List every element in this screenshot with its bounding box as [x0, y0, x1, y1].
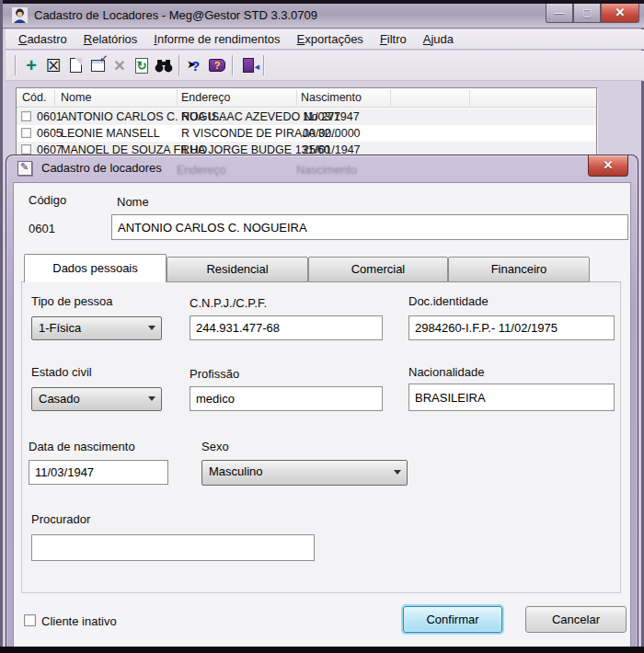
- tab-comercial[interactable]: Comercial: [308, 257, 448, 282]
- window-title: Cadastro de Locadores - Meg@Gestor STD 3…: [34, 8, 317, 22]
- nacionalidade-input[interactable]: [408, 384, 615, 411]
- tab-residencial[interactable]: Residencial: [167, 257, 308, 282]
- profissao-label: Profissão: [190, 367, 239, 381]
- new-record-icon[interactable]: [64, 54, 86, 76]
- main-titlebar[interactable]: Cadastro de Locadores - Meg@Gestor STD 3…: [3, 4, 644, 29]
- codigo-label: Código: [29, 193, 66, 207]
- estado-civil-select[interactable]: Casado: [31, 387, 162, 411]
- chevron-down-icon: [394, 470, 401, 478]
- cliente-inativo-checkbox[interactable]: [24, 614, 36, 626]
- menu-ajuda[interactable]: Ajuda: [416, 30, 461, 48]
- dialog-title: Cadastro de locadores: [41, 161, 162, 175]
- chevron-down-icon: [148, 326, 155, 334]
- delete-marked-icon[interactable]: ☒: [42, 54, 64, 76]
- table-row[interactable]: 0605 LEONIE MANSELL R VISCONDE DE PIRAJA…: [17, 125, 596, 142]
- table-row[interactable]: 0601 ANTONIO CARLOS C. NOGU... RUA ISAAC…: [17, 109, 596, 125]
- doc-identidade-input[interactable]: [408, 315, 615, 340]
- cadastro-locadores-dialog: Cadastro de locadores Endereço Nasciment…: [6, 155, 638, 647]
- row-checkbox[interactable]: [21, 144, 31, 155]
- toolbar: + ☒ ✕ ↻ ➤? ?: [6, 51, 644, 81]
- chevron-down-icon: [148, 396, 155, 405]
- cell-birth: 11/03/1947: [303, 110, 360, 123]
- row-checkbox[interactable]: [21, 111, 31, 121]
- help-book-icon[interactable]: ?: [206, 54, 228, 76]
- col-header-cod[interactable]: Cód.: [22, 91, 46, 104]
- dialog-titlebar[interactable]: Cadastro de locadores Endereço Nasciment…: [6, 155, 638, 183]
- cell-name: LEONIE MANSELL: [61, 127, 160, 140]
- cliente-inativo-label: Cliente inativo: [41, 614, 117, 628]
- sexo-label: Sexo: [201, 440, 229, 453]
- tab-financeiro[interactable]: Financeiro: [448, 257, 590, 282]
- close-button[interactable]: ✕: [601, 4, 639, 23]
- menu-cadastro[interactable]: Cadastro: [11, 30, 75, 48]
- toolbar-separator: [232, 55, 234, 75]
- col-header-nome[interactable]: Nome: [61, 91, 91, 104]
- row-checkbox[interactable]: [21, 128, 31, 138]
- menu-exportacoes[interactable]: Exportações: [290, 30, 371, 48]
- table-header[interactable]: Cód. Nome Endereço Nascimento: [17, 88, 596, 108]
- tipo-pessoa-value: 1-Física: [39, 321, 81, 335]
- nacionalidade-label: Nacionalidade: [408, 365, 484, 379]
- col-header-nascimento[interactable]: Nascimento: [301, 91, 362, 104]
- add-icon[interactable]: +: [20, 54, 42, 76]
- doc-identidade-label: Doc.identidade: [408, 294, 489, 308]
- codigo-value: 0601: [29, 222, 55, 235]
- nome-label: Nome: [117, 195, 149, 209]
- confirmar-button[interactable]: Confirmar: [403, 606, 502, 633]
- cpf-label: C.N.P.J./C.P.F.: [190, 296, 267, 310]
- dialog-edit-icon: [17, 161, 32, 176]
- data-nascimento-input[interactable]: [29, 460, 168, 485]
- toolbar-separator: [178, 55, 180, 75]
- estado-civil-value: Casado: [39, 392, 80, 406]
- estado-civil-label: Estado civil: [31, 365, 92, 379]
- procurador-label: Procurador: [31, 512, 90, 526]
- cancelar-button[interactable]: Cancelar: [525, 606, 627, 633]
- tipo-pessoa-select[interactable]: 1-Física: [31, 316, 162, 340]
- data-nascimento-label: Data de nascimento: [29, 440, 135, 453]
- cell-code: 0605: [37, 127, 63, 140]
- app-person-icon: [12, 7, 28, 23]
- toolbar-separator: [263, 55, 265, 75]
- maximize-button[interactable]: ▢: [573, 4, 601, 23]
- dialog-client-area: Código Nome 0601 Dados pessoais Residenc…: [13, 182, 631, 647]
- dialog-close-button[interactable]: ✕: [588, 155, 628, 177]
- procurador-input[interactable]: [31, 534, 315, 561]
- cell-birth: 00/00/0000: [303, 127, 361, 140]
- toolbar-separator: [15, 55, 17, 75]
- profissao-input[interactable]: [190, 386, 383, 411]
- exit-door-icon[interactable]: [237, 54, 259, 76]
- context-help-icon[interactable]: ➤?: [184, 54, 206, 76]
- cell-code: 0601: [37, 110, 63, 123]
- menu-filtro[interactable]: Filtro: [373, 30, 414, 48]
- col-header-endereco[interactable]: Endereço: [181, 91, 231, 104]
- minimize-button[interactable]: —: [546, 4, 573, 23]
- nome-input[interactable]: [111, 214, 628, 240]
- sexo-value: Masculino: [209, 464, 263, 478]
- screen: Cadastro de Locadores - Meg@Gestor STD 3…: [0, 0, 644, 653]
- cpf-input[interactable]: [190, 315, 383, 340]
- refresh-icon[interactable]: ↻: [131, 54, 153, 76]
- menu-informe-rendimentos[interactable]: Informe de rendimentos: [146, 30, 287, 48]
- tab-dados-pessoais[interactable]: Dados pessoais: [24, 254, 167, 282]
- tipo-pessoa-label: Tipo de pessoa: [31, 294, 112, 308]
- glass-ghost-text: Endereço: [177, 164, 226, 177]
- sexo-select[interactable]: Masculino: [201, 460, 408, 486]
- edit-properties-icon[interactable]: [86, 54, 109, 76]
- menu-relatorios[interactable]: Relatórios: [76, 30, 145, 48]
- delete-disabled-icon: ✕: [109, 54, 131, 76]
- menu-bar: Cadastro Relatórios Informe de rendiment…: [6, 29, 644, 50]
- search-binoculars-icon[interactable]: [153, 54, 175, 76]
- glass-ghost-text: Nascimento: [296, 164, 357, 177]
